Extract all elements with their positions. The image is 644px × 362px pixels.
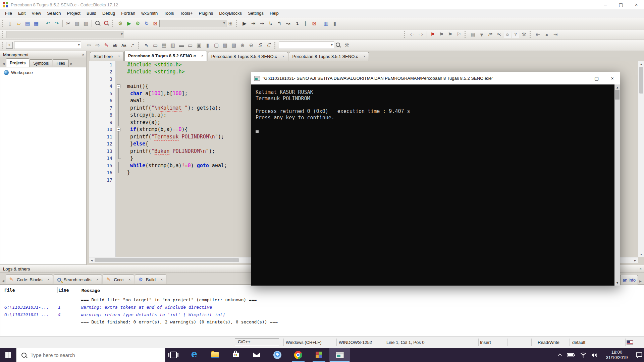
fold-margin[interactable] [116, 155, 122, 162]
toolbar-grip[interactable] [2, 42, 4, 49]
build-log-row[interactable]: === Build finished: 0 error(s), 2 warnin… [0, 318, 644, 325]
logs-tabs-left-icon[interactable]: ◀ [1, 278, 6, 284]
tab-close-icon[interactable]: × [282, 55, 284, 58]
build-log-row[interactable]: G:\1103191031-... 1 warning: extra token… [0, 303, 644, 311]
wx-source-icon[interactable]: S [256, 41, 264, 49]
scroll-down-icon[interactable]: ▾ [614, 280, 620, 286]
debugging-windows-icon[interactable]: ▥ [322, 19, 330, 27]
editor-tab[interactable]: Percobaan 8 Tugas 8.5.4 SENO.c × [208, 52, 288, 61]
wx-panel1-icon[interactable]: ▬ [177, 41, 185, 49]
toolbar-grip[interactable] [236, 20, 238, 27]
build-and-run-icon[interactable]: ⚙ [134, 19, 142, 27]
toggle-bookmark-icon[interactable]: ⚑ [429, 31, 437, 39]
taskbar-app-button[interactable] [163, 348, 184, 362]
tab-close-icon[interactable]: × [97, 278, 99, 282]
redo-icon[interactable]: ↷ [53, 19, 61, 27]
fold-margin[interactable] [116, 104, 122, 112]
fold-margin[interactable] [116, 75, 122, 83]
console-minimize-button[interactable]: – [573, 72, 589, 84]
editor-tab[interactable]: Percobaan 8 Tugas 8.5.2 SENO.c × [124, 51, 207, 61]
management-tab[interactable]: Symbols [30, 59, 52, 67]
console-maximize-button[interactable]: ▢ [589, 72, 604, 84]
build-icon[interactable]: ⚙ [116, 19, 124, 27]
vertical-splitter[interactable] [87, 51, 89, 265]
wx-class-icon[interactable]: C [265, 41, 273, 49]
toolbar-grip[interactable] [112, 20, 114, 27]
rebuild-icon[interactable]: ↻ [143, 19, 151, 27]
scroll-up-icon[interactable]: ▴ [614, 84, 620, 90]
start-button[interactable] [0, 348, 16, 362]
action-center-icon[interactable] [636, 352, 643, 358]
workspace-item[interactable]: Workspace [0, 67, 86, 75]
taskbar-app-button[interactable] [184, 348, 205, 362]
scroll-left-icon[interactable]: ◂ [89, 257, 95, 263]
taskbar-app-button[interactable] [246, 348, 267, 362]
settings-wrench-icon[interactable]: ⚒ [343, 41, 351, 49]
next-instruction-icon[interactable]: ↝ [284, 19, 292, 27]
menu-item[interactable]: wxSmith [138, 11, 161, 16]
scroll-down-icon[interactable]: ▾ [638, 251, 644, 257]
wx-panel2-icon[interactable]: ▭ [186, 41, 194, 49]
toolbar-grip[interactable] [530, 31, 532, 38]
menu-item[interactable]: Settings [245, 11, 267, 16]
build-target-combobox[interactable]: ▾ [159, 20, 226, 27]
scrollbar-thumb[interactable] [95, 258, 239, 262]
logs-tab[interactable]: Cccc × [103, 275, 134, 284]
fold-margin[interactable] [116, 119, 122, 126]
incsearch-combobox[interactable]: ▾ [14, 42, 81, 49]
menu-item[interactable]: File [2, 11, 15, 16]
menu-item[interactable]: Plugins [196, 11, 216, 16]
taskbar-app-button[interactable] [329, 348, 350, 362]
editor-tab[interactable]: Start here × [90, 52, 124, 61]
taskbar-app-button[interactable] [225, 348, 246, 362]
doxy-help-icon[interactable]: ? [512, 31, 519, 38]
menu-item[interactable]: Edit [15, 11, 29, 16]
stop-debugger-icon[interactable]: ⊠ [310, 19, 318, 27]
menu-item[interactable]: Help [267, 11, 282, 16]
nav-back-icon[interactable]: ⇦ [408, 31, 416, 39]
paste-icon[interactable]: ▨ [82, 19, 90, 27]
doxy-smiley-icon[interactable]: ☺ [504, 31, 511, 38]
replace-icon[interactable] [102, 19, 110, 27]
fold-margin[interactable] [116, 112, 122, 119]
management-tabs-left-icon[interactable]: ◀ [1, 60, 6, 67]
menu-item[interactable]: Search [44, 11, 64, 16]
console-close-button[interactable]: × [604, 72, 620, 84]
logs-tabs-right-icon[interactable]: ▶ [638, 278, 643, 285]
incsearch-close-icon[interactable]: × [6, 42, 13, 49]
step-into-icon[interactable]: ↳ [267, 19, 275, 27]
tab-close-icon[interactable]: × [201, 54, 203, 58]
toolbar-grip[interactable] [2, 31, 4, 38]
compiler-options-icon[interactable]: ⊞ [226, 19, 234, 27]
taskbar-app-button[interactable] [288, 348, 309, 362]
taskbar-app-button[interactable] [267, 348, 288, 362]
logs-tab[interactable]: Code::Blocks × [6, 275, 53, 284]
symbols-combobox[interactable]: ▾ [279, 42, 334, 49]
jump-back-icon[interactable]: ⇤ [534, 31, 542, 39]
taskbar-search[interactable] [16, 348, 165, 362]
new-file-icon[interactable]: ▯ [6, 19, 14, 27]
copy-icon[interactable]: ▧ [73, 19, 81, 27]
volume-icon[interactable] [591, 353, 598, 358]
fold-margin[interactable] [116, 162, 122, 169]
wx-dialog-icon[interactable]: ▤ [160, 41, 168, 49]
editor-tab[interactable]: Percobaan 8 Tugas 8.5.1 SENO.c × [289, 52, 369, 61]
break-debugger-icon[interactable]: ∥ [302, 19, 310, 27]
fold-margin[interactable] [116, 90, 122, 97]
fold-margin[interactable] [116, 68, 122, 76]
wx-sizer3-icon[interactable]: ▨ [230, 41, 238, 49]
management-tab[interactable]: Projects [6, 58, 29, 67]
menu-item[interactable]: Fortran [118, 11, 138, 16]
tray-chevron-up-icon[interactable] [557, 353, 562, 357]
taskbar-clock[interactable]: 18:00 31/10/2019 [603, 350, 631, 360]
symbol-search-icon[interactable] [334, 41, 342, 49]
doxy-line-comment-icon[interactable]: *< [495, 31, 503, 39]
fold-margin[interactable] [116, 169, 122, 177]
console-titlebar[interactable]: "G:\1103191031- SENO AJI SETIYA DEWA\ALG… [251, 72, 620, 84]
battery-icon[interactable] [567, 353, 575, 357]
logs-tab-partial[interactable]: an info [620, 275, 638, 285]
logs-close-icon[interactable]: × [640, 267, 642, 271]
run-to-cursor-icon[interactable]: ⇥ [249, 19, 257, 27]
step-into-instruction-icon[interactable]: ↴ [293, 19, 301, 27]
wx-sizer1-icon[interactable]: ▢ [212, 41, 220, 49]
